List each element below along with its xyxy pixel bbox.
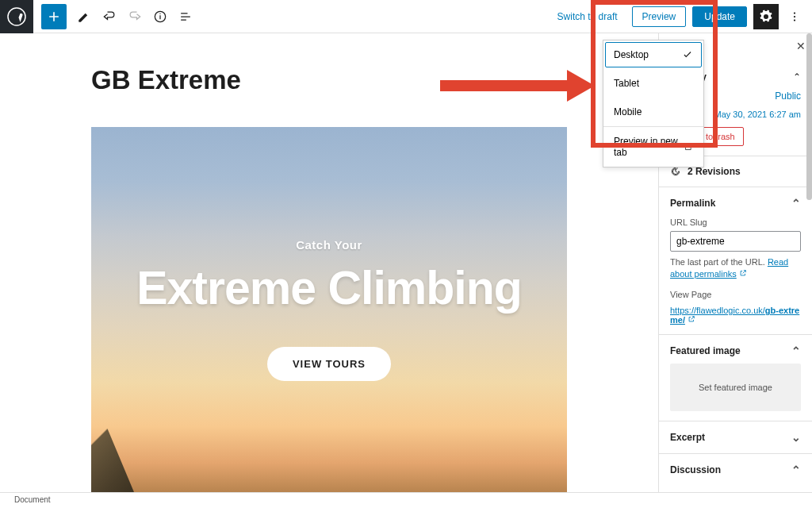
pencil-icon <box>76 9 92 25</box>
add-block-button[interactable] <box>41 4 67 29</box>
excerpt-head-label: Excerpt <box>670 432 705 443</box>
plus-icon <box>46 9 62 25</box>
toolbar-left-group <box>33 4 198 29</box>
editor-toolbar: Switch to draft Preview Update <box>0 0 812 33</box>
toolbar-right-group: Switch to draft Preview Update <box>550 4 812 29</box>
preview-option-tablet[interactable]: Tablet <box>603 69 703 98</box>
more-options-button[interactable] <box>785 4 804 29</box>
status-head-fragment: y <box>701 71 762 83</box>
kebab-icon <box>787 10 802 24</box>
slug-help-text: The last part of the URL. Read about per… <box>670 256 801 281</box>
revisions-label: 2 Revisions <box>688 166 741 177</box>
close-sidebar-button[interactable]: ✕ <box>796 40 806 52</box>
svg-point-4 <box>794 19 795 21</box>
chevron-up-icon[interactable]: ⌃ <box>793 71 801 83</box>
revisions-link[interactable]: 2 Revisions <box>670 166 801 177</box>
external-link-icon <box>684 141 693 152</box>
preview-new-tab[interactable]: Preview in new tab <box>603 127 703 167</box>
gear-icon <box>759 10 773 24</box>
outline-button[interactable] <box>173 4 198 29</box>
cover-cta-button[interactable]: VIEW TOURS <box>267 347 391 381</box>
chevron-up-icon: ⌃ <box>791 197 801 210</box>
redo-button[interactable] <box>122 4 147 29</box>
page-url[interactable]: https://flawedlogic.co.uk/gb-extreme/ <box>670 306 801 325</box>
external-link-icon <box>739 269 747 277</box>
sidebar-scrollbar[interactable] <box>806 33 812 492</box>
editor-canvas[interactable]: GB Extreme Catch Your Extreme Climbing V… <box>0 33 658 492</box>
permalink-head-label: Permalink <box>670 198 715 209</box>
preview-dropdown: Desktop Tablet Mobile Preview in new tab <box>603 40 704 167</box>
url-slug-input[interactable] <box>670 231 801 252</box>
list-icon <box>178 9 193 25</box>
excerpt-panel-toggle[interactable]: Excerpt⌄ <box>670 431 801 444</box>
info-button[interactable] <box>147 4 173 29</box>
breadcrumb-bar: Document <box>0 492 812 508</box>
preview-option-mobile[interactable]: Mobile <box>603 98 703 126</box>
switch-to-draft-button[interactable]: Switch to draft <box>550 6 626 27</box>
redo-icon <box>127 9 143 25</box>
breadcrumb[interactable]: Document <box>14 495 51 504</box>
cover-title[interactable]: Extreme Climbing <box>136 261 522 315</box>
preview-option-desktop[interactable]: Desktop <box>605 42 702 67</box>
chevron-up-icon: ⌃ <box>791 344 801 357</box>
preview-mobile-label: Mobile <box>614 106 642 117</box>
preview-newtab-label: Preview in new tab <box>614 136 684 158</box>
discussion-panel-toggle[interactable]: Discussion⌃ <box>670 464 801 476</box>
publish-date-value[interactable]: May 30, 2021 6:27 am <box>714 110 801 119</box>
update-button[interactable]: Update <box>692 6 747 27</box>
wordpress-logo[interactable] <box>0 0 33 33</box>
url-slug-label: URL Slug <box>670 217 801 227</box>
preview-button[interactable]: Preview <box>632 6 687 27</box>
undo-icon <box>102 9 117 25</box>
chevron-up-icon: ⌃ <box>791 464 801 476</box>
svg-point-3 <box>794 15 795 17</box>
visibility-value[interactable]: Public <box>775 90 801 102</box>
wordpress-icon <box>7 7 26 26</box>
view-page-label: View Page <box>670 289 801 301</box>
set-featured-image-button[interactable]: Set featured image <box>670 364 801 411</box>
discussion-head-label: Discussion <box>670 464 721 475</box>
cover-block[interactable]: Catch Your Extreme Climbing VIEW TOURS <box>91 127 567 492</box>
page-title[interactable]: GB Extreme <box>0 65 658 95</box>
check-icon <box>682 49 693 60</box>
preview-desktop-label: Desktop <box>614 49 649 60</box>
edit-mode-button[interactable] <box>71 4 97 29</box>
history-icon <box>670 166 681 177</box>
cover-subtitle[interactable]: Catch Your <box>296 238 362 252</box>
undo-button[interactable] <box>97 4 122 29</box>
permalink-panel-toggle[interactable]: Permalink⌃ <box>670 197 801 210</box>
featured-head-label: Featured image <box>670 345 741 356</box>
settings-button[interactable] <box>753 4 779 29</box>
chevron-down-icon: ⌄ <box>791 431 801 444</box>
external-link-icon <box>688 315 695 323</box>
featured-image-panel-toggle[interactable]: Featured image⌃ <box>670 344 801 357</box>
svg-point-2 <box>794 12 795 13</box>
preview-tablet-label: Tablet <box>614 78 639 89</box>
info-icon <box>152 9 168 25</box>
svg-point-0 <box>8 8 25 25</box>
